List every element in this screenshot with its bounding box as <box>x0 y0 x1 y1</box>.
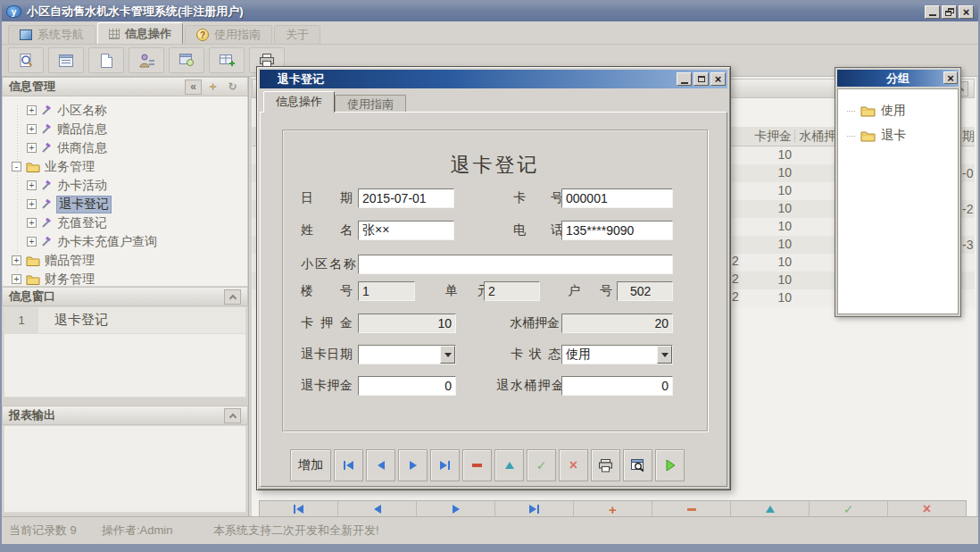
expand-icon[interactable]: + <box>27 105 37 115</box>
expand-icon[interactable]: + <box>27 237 37 247</box>
tab-info-operation[interactable]: 信息操作 <box>97 22 183 44</box>
expand-icon[interactable]: + <box>27 180 37 190</box>
return-card-deposit-field[interactable] <box>358 376 456 396</box>
user-query-button[interactable] <box>129 47 164 73</box>
next-record-button[interactable] <box>398 449 428 481</box>
row-number: 1 <box>4 307 38 333</box>
dropdown-button[interactable] <box>657 346 672 364</box>
folder-icon <box>26 162 40 172</box>
execute-button[interactable] <box>655 449 685 481</box>
table-add-button[interactable] <box>209 47 245 73</box>
room-field[interactable] <box>617 281 673 301</box>
dialog-tab-info-operation[interactable]: 信息操作 <box>263 91 335 113</box>
building-field[interactable] <box>358 281 415 301</box>
next-record-button[interactable] <box>417 501 495 517</box>
new-document-button[interactable] <box>88 47 124 73</box>
community-label: 小区名称 <box>301 256 356 272</box>
collapse-node-icon[interactable]: - <box>12 162 21 171</box>
tree-item-card-activity[interactable]: +办卡活动 <box>3 176 247 195</box>
tree-item-recharge[interactable]: +充值登记 <box>3 213 247 232</box>
tree-item-finance-mgmt[interactable]: +财务管理 <box>3 270 247 286</box>
collapse-up-icon[interactable] <box>224 408 241 423</box>
tree-item-label: 赠品管理 <box>45 253 95 269</box>
post-record-button[interactable] <box>810 501 888 517</box>
group-item-in-use[interactable]: 使用 <box>838 98 958 123</box>
collapse-up-icon[interactable] <box>224 289 241 305</box>
restore-button[interactable] <box>942 5 957 19</box>
post-record-button[interactable] <box>527 449 556 481</box>
insert-record-button[interactable] <box>574 501 652 517</box>
last-icon <box>440 461 447 470</box>
first-record-button[interactable] <box>260 501 338 517</box>
tab-about[interactable]: 关于 <box>274 25 320 44</box>
dialog-close-button[interactable] <box>710 72 726 86</box>
card-status-combo[interactable] <box>561 345 673 364</box>
last-record-button[interactable] <box>495 501 574 517</box>
tab-label: 系统导航 <box>37 27 84 43</box>
dropdown-button[interactable] <box>440 346 455 364</box>
expand-icon[interactable]: + <box>27 218 37 228</box>
tree-item-no-recharge-query[interactable]: +办卡未充值户查询 <box>3 232 247 251</box>
info-window-title: 信息窗口 <box>9 289 55 305</box>
edit-record-button[interactable] <box>494 449 524 481</box>
report-output-header: 报表输出 <box>2 406 248 425</box>
tree-item-supplier-info[interactable]: +供商信息 <box>3 138 247 157</box>
cancel-record-button[interactable] <box>888 501 966 517</box>
close-group-panel-button[interactable] <box>943 71 958 84</box>
delete-record-button[interactable] <box>652 501 731 517</box>
prev-record-button[interactable] <box>366 449 395 481</box>
search-button[interactable] <box>8 47 44 73</box>
tree-item-label: 办卡活动 <box>57 178 107 194</box>
close-button[interactable] <box>959 5 974 19</box>
window-preview-button[interactable] <box>169 47 204 73</box>
expand-icon[interactable]: + <box>27 199 37 209</box>
expand-icon[interactable]: + <box>12 274 21 284</box>
minimize-button[interactable] <box>925 5 940 19</box>
list-view-button[interactable] <box>48 47 84 73</box>
unit-field[interactable] <box>484 281 540 301</box>
add-icon[interactable] <box>204 79 221 95</box>
tab-system-nav[interactable]: 系统导航 <box>8 25 96 44</box>
return-bucket-deposit-field[interactable] <box>561 376 673 396</box>
tree-connector <box>847 111 855 112</box>
prev-record-button[interactable] <box>338 501 417 517</box>
cancel-record-button[interactable] <box>559 449 588 481</box>
print-button[interactable] <box>591 449 620 481</box>
dialog-titlebar[interactable]: 退卡登记 <box>260 70 727 88</box>
date-field[interactable] <box>358 188 454 208</box>
card-no-field[interactable] <box>561 188 673 208</box>
list-item[interactable]: 1 退卡登记 <box>4 307 245 334</box>
return-date-combo[interactable] <box>358 345 456 364</box>
refresh-icon[interactable] <box>224 79 241 95</box>
tree-item-card-return[interactable]: +退卡登记 <box>3 195 247 213</box>
collapse-left-icon[interactable] <box>185 79 202 95</box>
community-field[interactable] <box>358 255 673 274</box>
tree-item-gift-info[interactable]: +赠品信息 <box>3 120 247 138</box>
tree-item-business-mgmt[interactable]: -业务管理 <box>3 157 247 176</box>
edit-record-button[interactable] <box>731 501 810 517</box>
tab-user-guide[interactable]: 使用指南 <box>185 25 272 44</box>
group-item-returned[interactable]: 退卡 <box>838 123 958 148</box>
return-bucket-deposit-label: 退水桶押金 <box>496 378 564 394</box>
expand-icon[interactable]: + <box>12 255 21 265</box>
expand-icon[interactable]: + <box>27 143 37 153</box>
add-button[interactable]: 增加 <box>290 449 331 481</box>
dialog-tab-user-guide[interactable]: 使用指南 <box>335 95 406 113</box>
edit-icon <box>505 462 514 469</box>
preview-button[interactable] <box>623 449 652 481</box>
card-deposit-field[interactable] <box>358 314 456 333</box>
bucket-deposit-field[interactable] <box>561 314 673 333</box>
last-record-button[interactable] <box>430 449 460 481</box>
tool-icon <box>41 105 53 116</box>
delete-record-button[interactable] <box>462 449 492 481</box>
tree-item-gift-mgmt[interactable]: +赠品管理 <box>3 251 247 270</box>
tool-icon <box>41 217 53 229</box>
dialog-minimize-button[interactable] <box>677 72 692 86</box>
phone-field[interactable] <box>561 221 673 240</box>
dialog-maximize-button[interactable] <box>693 72 709 86</box>
name-field[interactable] <box>358 221 454 240</box>
expand-icon[interactable]: + <box>27 124 37 134</box>
first-record-button[interactable] <box>334 449 363 481</box>
clipped-date-fragment: -0 <box>962 166 978 180</box>
tree-item-community-name[interactable]: +小区名称 <box>3 101 247 120</box>
